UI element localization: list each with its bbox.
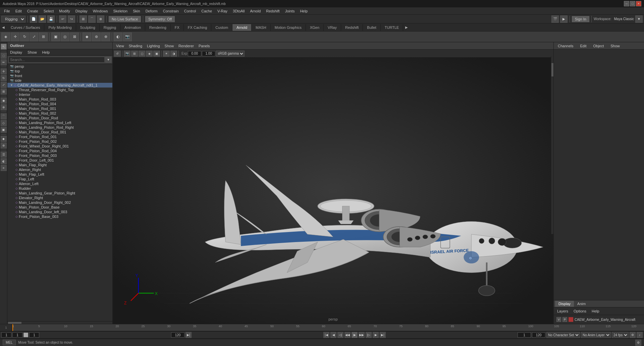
outliner-item[interactable]: ◇Main_Piston_Door_Rod_001 xyxy=(7,130,112,134)
menu-item-v-ray[interactable]: V-Ray xyxy=(215,8,230,14)
viewport-menu-renderer[interactable]: Renderer xyxy=(176,43,196,49)
vp-gamma-input[interactable] xyxy=(202,51,215,56)
module-tab-motion-graphics[interactable]: Motion Graphics xyxy=(271,24,306,31)
paint-tool[interactable]: ✏ xyxy=(1,59,7,65)
save-file-icon[interactable]: 💾 xyxy=(47,15,55,23)
outliner-menu-display[interactable]: Display xyxy=(7,49,25,55)
outliner-item[interactable]: ◇Front_Piston_Rod_002 xyxy=(7,139,112,144)
module-tab-rigging[interactable]: Rigging xyxy=(100,24,120,31)
symmetry-off-badge[interactable]: Symmetry: Off xyxy=(145,16,175,22)
outliner-item[interactable]: 📷side xyxy=(7,78,112,83)
outliner-item[interactable]: ◇Main_Piston_Door_Base xyxy=(7,205,112,210)
render-icon[interactable]: 🎬 xyxy=(551,15,559,23)
menu-item-select[interactable]: Select xyxy=(41,8,57,14)
outliner-item[interactable]: ◇Front_Wheel_Door_Right_001 xyxy=(7,144,112,149)
no-character-set-dropdown[interactable]: No Character Set xyxy=(546,332,580,338)
outliner-item[interactable]: ◇Main_Landing_Door_Right_002 xyxy=(7,200,112,205)
soft-select-tool[interactable]: ◉ xyxy=(1,98,7,104)
frame-current-input[interactable] xyxy=(12,332,22,338)
outliner-item[interactable]: ◇Front_Door_Left_001 xyxy=(7,158,112,163)
open-file-icon[interactable]: 📂 xyxy=(39,15,46,23)
frame-start-input[interactable] xyxy=(1,332,11,338)
rotate-tool[interactable]: ↻ xyxy=(1,75,7,81)
outliner-menu-help[interactable]: Help xyxy=(40,49,53,55)
mode-dropdown[interactable]: Rigging xyxy=(1,16,25,22)
outliner-item[interactable]: 📷front xyxy=(7,73,112,78)
outliner-item[interactable]: 📷top xyxy=(7,69,112,73)
viewport-menu-panels[interactable]: Panels xyxy=(197,43,212,49)
menu-item-redshift[interactable]: Redshift xyxy=(263,8,282,14)
sign-in-button[interactable]: Sign In xyxy=(572,16,589,22)
menu-item-skeleton[interactable]: Skeleton xyxy=(110,8,130,14)
outliner-item[interactable]: ◇Front_Piston_Rod_001 xyxy=(7,134,112,139)
new-file-icon[interactable]: 📄 xyxy=(30,15,37,23)
shelf-transform-icon[interactable]: ⊞ xyxy=(39,33,48,41)
joint-tool[interactable]: ◆ xyxy=(1,136,7,142)
play-forward-button[interactable]: ▶▶ xyxy=(359,332,365,338)
undo-icon[interactable]: ↩ xyxy=(59,15,66,23)
module-tab-vray[interactable]: VRay xyxy=(324,24,341,31)
shelf-smooth-icon[interactable]: ◎ xyxy=(61,33,69,41)
module-tab-rendering[interactable]: Rendering xyxy=(145,24,171,31)
outliner-item[interactable]: ◇Main_Piston_Rod_003 xyxy=(7,97,112,102)
anim-tab[interactable]: Anim xyxy=(574,301,589,307)
layers-btn-help[interactable]: Help xyxy=(590,308,601,314)
module-tab-mash[interactable]: MASH xyxy=(252,24,271,31)
menu-item-skin[interactable]: Skin xyxy=(130,8,143,14)
menu-item-arnold[interactable]: Arnold xyxy=(247,8,263,14)
module-tab-fx-caching[interactable]: FX Caching xyxy=(184,24,211,31)
redo-icon[interactable]: ↪ xyxy=(68,15,75,23)
module-tab-poly-modeling[interactable]: Poly Modeling xyxy=(44,24,76,31)
outliner-item[interactable]: ◇Elevator_Right xyxy=(7,195,112,200)
snap-curve-icon[interactable]: ⌒ xyxy=(88,15,96,23)
outliner-item[interactable]: ◇Main_Flap_Right xyxy=(7,163,112,167)
outliner-item[interactable]: ◇Main_Piston_Rod_002 xyxy=(7,111,112,116)
no-live-surface-badge[interactable]: No Live Surface xyxy=(109,16,141,22)
shelf-scale-icon[interactable]: ⤢ xyxy=(30,33,38,41)
frame-end-input[interactable] xyxy=(171,332,184,338)
outliner-item[interactable]: ◇Flap_Left xyxy=(7,177,112,181)
menu-item-cache[interactable]: Cache xyxy=(199,8,215,14)
module-tab-custom[interactable]: Custom xyxy=(211,24,232,31)
viewport-menu-show[interactable]: Show xyxy=(163,43,176,49)
outliner-item[interactable]: ◇Main_Piston_Rod_004 xyxy=(7,102,112,106)
outliner-item[interactable]: ◇Main_Landing_Gear_Piston_Right xyxy=(7,191,112,195)
layer-tool[interactable]: ☰ xyxy=(1,152,7,158)
display-tab[interactable]: Display xyxy=(555,301,574,307)
select-tool[interactable]: ↖ xyxy=(1,44,7,50)
rp-button-show[interactable]: Show xyxy=(608,43,623,49)
play-button[interactable]: ▶ xyxy=(352,332,358,338)
shelf-poly-icon[interactable]: ▣ xyxy=(51,33,60,41)
rp-button-channels[interactable]: Channels xyxy=(555,43,576,49)
menu-item-modify[interactable]: Modify xyxy=(56,8,72,14)
module-tab-sculpting[interactable]: Sculpting xyxy=(76,24,100,31)
module-tab-arnold[interactable]: Arnold xyxy=(232,24,252,31)
no-anim-layer-dropdown[interactable]: No Anim Layer xyxy=(581,332,611,338)
shelf-bind-icon[interactable]: ⊕ xyxy=(101,33,110,41)
shelf-rotate-icon[interactable]: ↻ xyxy=(20,33,29,41)
vp-texture-icon[interactable]: ▣ xyxy=(153,51,160,57)
menu-item-control[interactable]: Control xyxy=(181,8,199,14)
vp-camera-icon[interactable]: 📷 xyxy=(124,51,130,57)
range-end-input[interactable] xyxy=(532,332,545,338)
outliner-filter-button[interactable]: ▼ xyxy=(105,57,111,63)
outliner-item[interactable]: ◇Front_Piston_Base_003 xyxy=(7,214,112,219)
shelf-camera-icon[interactable]: 📷 xyxy=(123,33,132,41)
sculpt-tool[interactable]: ⊕ xyxy=(1,104,7,110)
outliner-item[interactable]: ◇Rudder xyxy=(7,186,112,191)
viewport-vscroll[interactable] xyxy=(551,56,553,234)
timeline-track[interactable]: 1510152025303540455055606570758085909510… xyxy=(12,324,644,331)
shelf-move-icon[interactable]: ✛ xyxy=(11,33,19,41)
outliner-item[interactable]: ▼◇CAEW_Airborne_Early_Warning_Aircraft_n… xyxy=(7,83,112,88)
vp-colorspace-select[interactable]: sRGB gamma xyxy=(216,51,245,57)
menu-item-deform[interactable]: Deform xyxy=(143,8,160,14)
layers-btn-layers[interactable]: Layers xyxy=(555,308,570,314)
outliner-item[interactable]: ◇Main_Landing_Door_left_003 xyxy=(7,210,112,214)
command-mode-indicator[interactable]: MEL xyxy=(3,340,16,345)
prev-keyframe-button[interactable]: ◁| xyxy=(337,332,343,338)
module-tabs-left-arrow[interactable]: ◀ xyxy=(0,23,7,32)
snap-grid-icon[interactable]: ⊞ xyxy=(79,15,87,23)
menu-item-display[interactable]: Display xyxy=(73,8,90,14)
minimize-button[interactable]: ─ xyxy=(624,1,629,6)
range-start-input[interactable] xyxy=(518,332,531,338)
